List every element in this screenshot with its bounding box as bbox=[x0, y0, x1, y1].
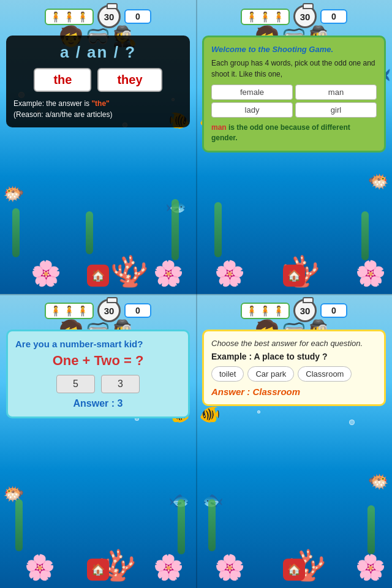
life-icon-q4-1: 🧍 bbox=[246, 305, 258, 317]
score-q4: 0 bbox=[320, 303, 347, 318]
answer-btn-the[interactable]: the bbox=[34, 68, 91, 92]
life-icon-q2-3: 🧍 bbox=[273, 11, 285, 23]
game-panel-q2: Welcome to the Shooting Game. Each group… bbox=[202, 36, 386, 153]
seaweed-1 bbox=[12, 208, 20, 257]
life-icon-q4-3: 🧍 bbox=[273, 305, 285, 317]
lives-q1: 🧍 🧍 🧍 bbox=[45, 9, 94, 25]
lives-q2: 🧍 🧍 🧍 bbox=[241, 9, 290, 25]
seaweed-2 bbox=[172, 199, 179, 260]
fish-2: 🐡 bbox=[3, 184, 24, 204]
q4-panel-title: Choose the best answer for each question… bbox=[211, 339, 377, 348]
anemone-3: 🌸 bbox=[153, 259, 184, 288]
anemone-q4-3: 🌸 bbox=[355, 553, 386, 582]
life-icon-q3-3: 🧍 bbox=[77, 305, 89, 317]
answer-buttons-q1[interactable]: the they bbox=[13, 68, 183, 92]
game-panel-q3: Are you a number-smart kid? One + Two = … bbox=[6, 330, 190, 418]
q3-answer-buttons[interactable]: 5 3 bbox=[15, 375, 181, 393]
q3-answer-btn-5[interactable]: 5 bbox=[56, 375, 95, 393]
vertical-divider bbox=[196, 0, 197, 588]
word-grid-q2: female man lady girl bbox=[211, 85, 377, 118]
anemone-1: 🌸 bbox=[31, 259, 61, 288]
anemone-q3-1: 🌸 bbox=[24, 553, 55, 582]
fish-q2-2: 🐡 bbox=[368, 172, 389, 192]
hud-q4: 🧍 🧍 🧍 30 0 bbox=[196, 299, 392, 322]
word-man[interactable]: man bbox=[295, 85, 377, 100]
anemone-q3-3: 🌸 bbox=[153, 553, 184, 582]
seaweed-q3-1 bbox=[15, 499, 23, 551]
q4-option-toilet[interactable]: toilet bbox=[211, 366, 244, 382]
quadrant-4: 🧒 🥽 🕵️ 🐠 🐡 🐟 🌸 🪸 🌸 🧍 🧍 🧍 30 0 bbox=[196, 294, 392, 588]
life-icon-q3-2: 🧍 bbox=[63, 305, 75, 317]
lives-q3: 🧍 🧍 🧍 bbox=[45, 303, 94, 319]
game-panel-q1: a / an / ? the they Example: the answer … bbox=[6, 36, 190, 127]
word-girl[interactable]: girl bbox=[295, 102, 377, 118]
life-icon-q2-2: 🧍 bbox=[259, 11, 271, 23]
q4-option-carpark[interactable]: Car park bbox=[247, 366, 294, 382]
hud-q3: 🧍 🧍 🧍 30 0 bbox=[0, 299, 196, 322]
hud-q2: 🧍 🧍 🧍 30 0 bbox=[196, 5, 392, 28]
q3-answer-btn-3[interactable]: 3 bbox=[101, 375, 140, 393]
timer-q1: 30 bbox=[97, 5, 121, 28]
word-female[interactable]: female bbox=[211, 85, 293, 100]
home-button-q2[interactable] bbox=[283, 265, 305, 287]
life-icon-1: 🧍 bbox=[50, 11, 62, 23]
lives-q4: 🧍 🧍 🧍 bbox=[241, 303, 290, 319]
timer-q4: 30 bbox=[293, 299, 317, 322]
seaweed-3 bbox=[86, 211, 93, 254]
home-button-q3[interactable] bbox=[87, 559, 109, 581]
answer-btn-they[interactable]: they bbox=[97, 68, 162, 92]
quadrant-1: 🧒 🥽 🕵️ 🐠 🐡 🐟 🌸 🪸 🌸 🧍 🧍 🧍 30 bbox=[0, 0, 196, 294]
seaweed-q3-2 bbox=[178, 499, 185, 554]
game-panel-q4: Choose the best answer for each question… bbox=[202, 330, 386, 406]
q3-equation: One + Two = ? bbox=[15, 353, 181, 369]
anemone-q2-1: 🌸 bbox=[214, 259, 245, 288]
seaweed-q4-1 bbox=[208, 499, 216, 551]
odd-note: man is the odd one because of different … bbox=[211, 123, 377, 143]
hud-q1: 🧍 🧍 🧍 30 0 bbox=[0, 5, 196, 28]
anemone-q4-1: 🌸 bbox=[214, 553, 245, 582]
life-icon-3: 🧍 bbox=[77, 11, 89, 23]
q4-example-question: Example : A place to study ? bbox=[211, 352, 377, 361]
q4-options[interactable]: toilet Car park Classroom bbox=[211, 366, 377, 382]
fish-q4-1: 🐠 bbox=[199, 404, 221, 424]
life-icon-q3-1: 🧍 bbox=[50, 305, 62, 317]
q2-panel-title: Welcome to the Shooting Game. bbox=[211, 45, 377, 54]
timer-q3: 30 bbox=[97, 299, 121, 322]
q3-panel-title: Are you a number-smart kid? bbox=[15, 339, 181, 349]
anemone-q2-3: 🌸 bbox=[355, 259, 386, 288]
seaweed-q2-1 bbox=[214, 202, 222, 257]
fish-q4-2: 🐡 bbox=[368, 472, 389, 492]
score-q2: 0 bbox=[320, 9, 347, 24]
q2-panel-desc: Each group has 4 words, pick out the odd… bbox=[211, 58, 377, 80]
score-q3: 0 bbox=[124, 303, 151, 318]
quadrant-2: 🧒 🥽 🕵️ 🐠 🐡 🐟 🌸 🪸 🌸 🧍 🧍 🧍 30 bbox=[196, 0, 392, 294]
seaweed-q2-2 bbox=[361, 211, 369, 260]
quadrant-3: 🧒 🥽 🕵️ 🐠 🐡 🐟 🌸 🪸 🌸 🧍 🧍 🧍 30 0 bbox=[0, 294, 196, 588]
example-text-q1: Example: the answer is "the" (Reason: a/… bbox=[13, 98, 183, 120]
timer-q2: 30 bbox=[293, 5, 317, 28]
life-icon-q2-1: 🧍 bbox=[246, 11, 258, 23]
seaweed-q4-2 bbox=[368, 505, 375, 554]
q1-panel-title: a / an / ? bbox=[13, 43, 183, 62]
life-icon-2: 🧍 bbox=[63, 11, 75, 23]
word-lady[interactable]: lady bbox=[211, 102, 293, 118]
q4-answer-text: Answer : Classroom bbox=[211, 386, 377, 397]
anemone-2: 🪸 bbox=[110, 254, 148, 289]
score-q1: 0 bbox=[124, 9, 151, 24]
home-button-q4[interactable] bbox=[283, 559, 305, 581]
home-button-q1[interactable] bbox=[87, 265, 109, 287]
q3-answer-text: Answer : 3 bbox=[15, 398, 181, 409]
life-icon-q4-2: 🧍 bbox=[259, 305, 271, 317]
q4-option-classroom[interactable]: Classroom bbox=[298, 366, 352, 382]
